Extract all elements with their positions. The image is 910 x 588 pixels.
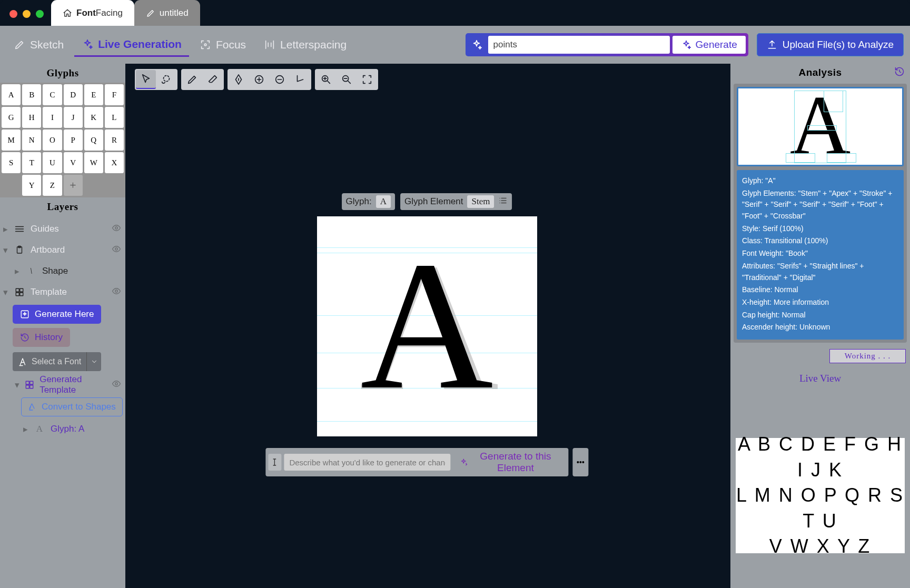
glyph-cell-N[interactable]: N (22, 129, 41, 151)
glyph-cell-V[interactable]: V (64, 152, 83, 173)
layer-shape[interactable]: ▸ \ Shape (0, 261, 125, 282)
generate-input[interactable] (488, 36, 670, 54)
eye-icon[interactable] (112, 223, 121, 235)
glyph-cell-O[interactable]: O (43, 129, 62, 151)
upload-button[interactable]: Upload File(s) to Analyze (757, 33, 904, 56)
glyph-cell-S[interactable]: S (2, 152, 21, 173)
text-cursor-icon (268, 454, 282, 471)
eye-icon[interactable] (112, 379, 121, 391)
glyph-cell-U[interactable]: U (43, 152, 62, 173)
artboard[interactable]: A A (317, 216, 537, 436)
svg-point-22 (580, 462, 581, 463)
layer-generated-template[interactable]: ▾ Generated Template (0, 374, 125, 395)
glyph-cell-A[interactable]: A (2, 84, 21, 105)
history-button[interactable]: History (13, 328, 70, 347)
home-icon (63, 8, 72, 18)
glyph-cell-F[interactable]: F (105, 84, 124, 105)
glyph-cell-P[interactable]: P (64, 129, 83, 151)
corner-tool[interactable] (290, 70, 310, 89)
chevron-down-icon: ▾ (3, 287, 8, 298)
fit-tool[interactable] (357, 70, 377, 89)
list-icon[interactable] (498, 196, 508, 208)
working-status[interactable]: Working . . . (829, 349, 906, 363)
lasso-tool[interactable] (156, 70, 176, 89)
live-view-title: Live View (730, 370, 910, 387)
canvas-area[interactable]: Glyph: A Glyph Element Stem A A (125, 64, 728, 588)
mode-letterspacing[interactable]: Letterspacing (256, 33, 354, 57)
layers-title: Layers (0, 197, 125, 216)
zoom-out-tool[interactable] (337, 70, 357, 89)
select-tool[interactable] (136, 70, 156, 89)
glyph-cell-J[interactable]: J (64, 107, 83, 128)
glyph-element-chip[interactable]: Glyph Element Stem (400, 193, 512, 210)
zoom-in-tool[interactable] (316, 70, 336, 89)
eye-icon[interactable] (112, 286, 121, 298)
glyph-cell-W[interactable]: W (84, 152, 103, 173)
generate-to-element-button[interactable]: Generate to this Element (453, 451, 566, 474)
glyph-cell-Q[interactable]: Q (84, 129, 103, 151)
generate-here-button[interactable]: Generate Here (13, 305, 101, 324)
prompt-input[interactable] (284, 454, 450, 471)
glyph-cell-G[interactable]: G (2, 107, 21, 128)
close-window-button[interactable] (9, 10, 17, 18)
glyph-cell-Y[interactable]: Y (22, 175, 41, 196)
generate-button[interactable]: Generate (672, 36, 746, 54)
info-capheight: Cap height: Normal (742, 310, 898, 321)
glyph-cell-E[interactable]: E (84, 84, 103, 105)
maximize-window-button[interactable] (36, 10, 44, 18)
tab-untitled[interactable]: untitled (134, 0, 200, 26)
history-icon[interactable] (894, 66, 905, 79)
chevron-right-icon: ▸ (15, 266, 20, 277)
glyph-cell-L[interactable]: L (105, 107, 124, 128)
info-ascender: Ascender height: Unknown (742, 322, 898, 333)
mode-live-generation[interactable]: Live Generation (74, 33, 189, 57)
font-select[interactable]: Select a Font (13, 352, 125, 371)
glyph-cell-B[interactable]: B (22, 84, 41, 105)
mode-sketch[interactable]: Sketch (6, 33, 71, 57)
svg-point-16 (164, 76, 170, 82)
remove-point-tool[interactable] (270, 70, 290, 89)
add-point-tool[interactable] (249, 70, 269, 89)
shape-icon: \ (25, 266, 37, 276)
layer-glyph-a[interactable]: ▸ A Glyph: A (0, 418, 125, 440)
glyph-cell-X[interactable]: X (105, 152, 124, 173)
mode-focus[interactable]: Focus (192, 33, 253, 57)
svg-rect-12 (30, 381, 33, 384)
layer-glyph-a-label: Glyph: A (51, 424, 84, 434)
glyph-cell-D[interactable]: D (64, 84, 83, 105)
tab-untitled-label: untitled (160, 8, 189, 18)
layer-template[interactable]: ▾ Template (0, 282, 125, 303)
pen-tool[interactable] (229, 70, 249, 89)
history-label: History (35, 332, 63, 343)
more-button[interactable] (572, 448, 588, 476)
svg-rect-5 (16, 288, 19, 292)
annotation-box (807, 125, 837, 131)
chevron-down-icon[interactable] (86, 352, 101, 371)
glyph-cell-R[interactable]: R (105, 129, 124, 151)
history-icon (20, 333, 29, 342)
tab-home[interactable]: FontFacing (51, 0, 134, 26)
svg-rect-13 (26, 385, 29, 388)
glyph-cell-Z[interactable]: Z (43, 175, 62, 196)
analysis-thumbnail[interactable]: A (737, 87, 904, 166)
chevron-down-icon: ▾ (3, 245, 8, 256)
glyph-cell-M[interactable]: M (2, 129, 21, 151)
add-glyph-button[interactable]: + (64, 175, 83, 196)
glyph-cell-I[interactable]: I (43, 107, 62, 128)
minimize-window-button[interactable] (23, 10, 31, 18)
eraser-tool[interactable] (203, 70, 223, 89)
glyph-element-value: Stem (467, 195, 494, 208)
layer-artboard[interactable]: ▾ Artboard (0, 240, 125, 261)
clipboard-icon (14, 245, 25, 255)
glyph-cell-K[interactable]: K (84, 107, 103, 128)
eye-icon[interactable] (112, 244, 121, 256)
pencil-tool[interactable] (182, 70, 202, 89)
convert-to-shapes-button[interactable]: Convert to Shapes (21, 397, 123, 416)
glyph-chip[interactable]: Glyph: A (342, 193, 395, 210)
convert-label: Convert to Shapes (42, 402, 116, 412)
layer-guides[interactable]: ▸ Guides (0, 218, 125, 240)
svg-point-21 (577, 462, 579, 463)
glyph-cell-T[interactable]: T (22, 152, 41, 173)
glyph-cell-C[interactable]: C (43, 84, 62, 105)
glyph-cell-H[interactable]: H (22, 107, 41, 128)
